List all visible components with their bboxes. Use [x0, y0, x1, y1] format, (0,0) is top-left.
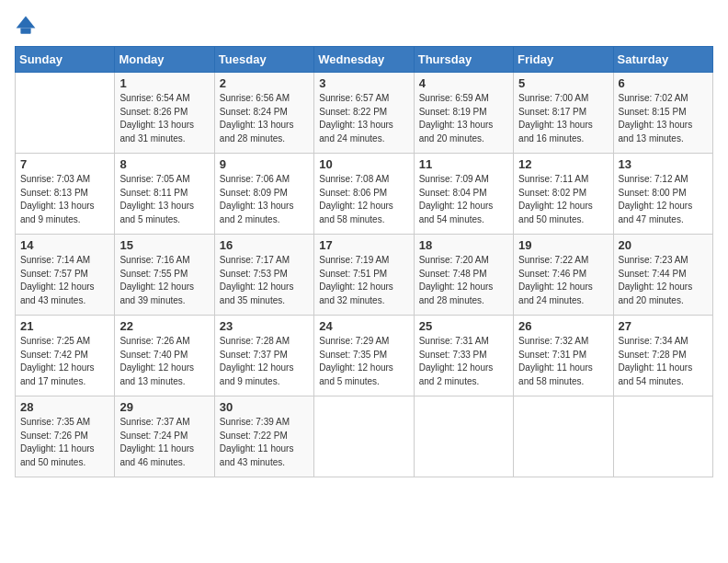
header-tuesday: Tuesday [214, 47, 313, 73]
calendar-cell: 2Sunrise: 6:56 AM Sunset: 8:24 PM Daylig… [214, 73, 313, 154]
day-number: 29 [119, 400, 209, 414]
day-number: 27 [619, 319, 708, 333]
calendar-cell: 23Sunrise: 7:28 AM Sunset: 7:37 PM Dayli… [214, 316, 313, 396]
day-info: Sunrise: 7:00 AM Sunset: 8:17 PM Dayligh… [518, 92, 608, 145]
day-number: 20 [619, 238, 708, 252]
day-info: Sunrise: 7:16 AM Sunset: 7:55 PM Dayligh… [119, 254, 209, 307]
day-number: 15 [119, 238, 209, 252]
calendar-cell [314, 396, 414, 477]
day-info: Sunrise: 7:25 AM Sunset: 7:42 PM Dayligh… [20, 335, 109, 388]
logo-icon [15, 15, 37, 37]
day-info: Sunrise: 6:57 AM Sunset: 8:22 PM Dayligh… [319, 92, 408, 145]
calendar-week-5: 28Sunrise: 7:35 AM Sunset: 7:26 PM Dayli… [16, 396, 713, 477]
day-info: Sunrise: 7:37 AM Sunset: 7:24 PM Dayligh… [119, 416, 209, 469]
day-number: 25 [419, 319, 508, 333]
day-info: Sunrise: 7:06 AM Sunset: 8:09 PM Dayligh… [220, 173, 309, 226]
day-info: Sunrise: 7:23 AM Sunset: 7:44 PM Dayligh… [619, 254, 708, 307]
calendar-cell: 11Sunrise: 7:09 AM Sunset: 8:04 PM Dayli… [414, 154, 513, 235]
calendar-cell: 14Sunrise: 7:14 AM Sunset: 7:57 PM Dayli… [16, 235, 115, 316]
calendar-cell [514, 396, 613, 477]
day-info: Sunrise: 7:14 AM Sunset: 7:57 PM Dayligh… [20, 254, 109, 307]
day-number: 16 [220, 238, 309, 252]
calendar-cell: 16Sunrise: 7:17 AM Sunset: 7:53 PM Dayli… [214, 235, 313, 316]
day-number: 13 [619, 157, 708, 171]
calendar-week-3: 14Sunrise: 7:14 AM Sunset: 7:57 PM Dayli… [16, 235, 713, 316]
calendar-cell: 7Sunrise: 7:03 AM Sunset: 8:13 PM Daylig… [16, 154, 115, 235]
calendar-week-4: 21Sunrise: 7:25 AM Sunset: 7:42 PM Dayli… [16, 316, 713, 396]
day-info: Sunrise: 7:29 AM Sunset: 7:35 PM Dayligh… [319, 335, 408, 388]
day-number: 17 [319, 238, 408, 252]
header-friday: Friday [514, 47, 613, 73]
day-info: Sunrise: 7:28 AM Sunset: 7:37 PM Dayligh… [220, 335, 309, 388]
calendar-cell: 6Sunrise: 7:02 AM Sunset: 8:15 PM Daylig… [613, 73, 712, 154]
day-number: 19 [518, 238, 608, 252]
calendar-cell: 28Sunrise: 7:35 AM Sunset: 7:26 PM Dayli… [16, 396, 115, 477]
day-number: 3 [319, 76, 408, 90]
day-number: 21 [20, 319, 109, 333]
day-info: Sunrise: 7:09 AM Sunset: 8:04 PM Dayligh… [419, 173, 508, 226]
day-number: 11 [419, 157, 508, 171]
calendar-cell: 30Sunrise: 7:39 AM Sunset: 7:22 PM Dayli… [214, 396, 313, 477]
day-number: 24 [319, 319, 408, 333]
day-info: Sunrise: 7:12 AM Sunset: 8:00 PM Dayligh… [619, 173, 708, 226]
day-number: 5 [518, 76, 608, 90]
day-number: 22 [119, 319, 209, 333]
calendar-cell: 20Sunrise: 7:23 AM Sunset: 7:44 PM Dayli… [613, 235, 712, 316]
calendar-week-1: 1Sunrise: 6:54 AM Sunset: 8:26 PM Daylig… [16, 73, 713, 154]
header-sunday: Sunday [16, 47, 115, 73]
day-number: 6 [619, 76, 708, 90]
calendar-cell: 21Sunrise: 7:25 AM Sunset: 7:42 PM Dayli… [16, 316, 115, 396]
day-info: Sunrise: 7:19 AM Sunset: 7:51 PM Dayligh… [319, 254, 408, 307]
day-info: Sunrise: 7:26 AM Sunset: 7:40 PM Dayligh… [119, 335, 209, 388]
calendar-cell: 25Sunrise: 7:31 AM Sunset: 7:33 PM Dayli… [414, 316, 513, 396]
day-info: Sunrise: 7:05 AM Sunset: 8:11 PM Dayligh… [119, 173, 209, 226]
day-info: Sunrise: 7:11 AM Sunset: 8:02 PM Dayligh… [518, 173, 608, 226]
calendar-cell: 27Sunrise: 7:34 AM Sunset: 7:28 PM Dayli… [613, 316, 712, 396]
day-info: Sunrise: 7:39 AM Sunset: 7:22 PM Dayligh… [220, 416, 309, 469]
day-number: 14 [20, 238, 109, 252]
calendar-cell: 13Sunrise: 7:12 AM Sunset: 8:00 PM Dayli… [613, 154, 712, 235]
day-number: 7 [20, 157, 109, 171]
calendar-cell: 15Sunrise: 7:16 AM Sunset: 7:55 PM Dayli… [115, 235, 214, 316]
day-info: Sunrise: 7:34 AM Sunset: 7:28 PM Dayligh… [619, 335, 708, 388]
calendar-cell [613, 396, 712, 477]
calendar-cell: 24Sunrise: 7:29 AM Sunset: 7:35 PM Dayli… [314, 316, 414, 396]
day-info: Sunrise: 7:35 AM Sunset: 7:26 PM Dayligh… [20, 416, 109, 469]
day-number: 10 [319, 157, 408, 171]
calendar-cell: 26Sunrise: 7:32 AM Sunset: 7:31 PM Dayli… [514, 316, 613, 396]
day-info: Sunrise: 6:56 AM Sunset: 8:24 PM Dayligh… [220, 92, 309, 145]
day-number: 8 [119, 157, 209, 171]
svg-marker-0 [17, 17, 36, 29]
day-number: 23 [220, 319, 309, 333]
calendar-cell: 1Sunrise: 6:54 AM Sunset: 8:26 PM Daylig… [115, 73, 214, 154]
calendar-cell: 19Sunrise: 7:22 AM Sunset: 7:46 PM Dayli… [514, 235, 613, 316]
header-wednesday: Wednesday [314, 47, 414, 73]
calendar-cell: 18Sunrise: 7:20 AM Sunset: 7:48 PM Dayli… [414, 235, 513, 316]
calendar-cell: 12Sunrise: 7:11 AM Sunset: 8:02 PM Dayli… [514, 154, 613, 235]
day-number: 18 [419, 238, 508, 252]
calendar-cell: 9Sunrise: 7:06 AM Sunset: 8:09 PM Daylig… [214, 154, 313, 235]
calendar-cell [414, 396, 513, 477]
day-info: Sunrise: 7:20 AM Sunset: 7:48 PM Dayligh… [419, 254, 508, 307]
svg-rect-1 [20, 28, 30, 33]
day-info: Sunrise: 7:03 AM Sunset: 8:13 PM Dayligh… [20, 173, 109, 226]
calendar-cell: 10Sunrise: 7:08 AM Sunset: 8:06 PM Dayli… [314, 154, 414, 235]
page-header [15, 15, 713, 37]
day-info: Sunrise: 6:54 AM Sunset: 8:26 PM Dayligh… [119, 92, 209, 145]
header-monday: Monday [115, 47, 214, 73]
calendar-table: SundayMondayTuesdayWednesdayThursdayFrid… [15, 46, 713, 477]
calendar-cell: 29Sunrise: 7:37 AM Sunset: 7:24 PM Dayli… [115, 396, 214, 477]
day-number: 28 [20, 400, 109, 414]
day-info: Sunrise: 6:59 AM Sunset: 8:19 PM Dayligh… [419, 92, 508, 145]
calendar-cell: 4Sunrise: 6:59 AM Sunset: 8:19 PM Daylig… [414, 73, 513, 154]
calendar-header-row: SundayMondayTuesdayWednesdayThursdayFrid… [16, 47, 713, 73]
day-number: 12 [518, 157, 608, 171]
calendar-cell: 17Sunrise: 7:19 AM Sunset: 7:51 PM Dayli… [314, 235, 414, 316]
day-number: 2 [220, 76, 309, 90]
calendar-cell: 22Sunrise: 7:26 AM Sunset: 7:40 PM Dayli… [115, 316, 214, 396]
header-saturday: Saturday [613, 47, 712, 73]
calendar-cell: 8Sunrise: 7:05 AM Sunset: 8:11 PM Daylig… [115, 154, 214, 235]
day-number: 30 [220, 400, 309, 414]
day-info: Sunrise: 7:31 AM Sunset: 7:33 PM Dayligh… [419, 335, 508, 388]
day-number: 26 [518, 319, 608, 333]
